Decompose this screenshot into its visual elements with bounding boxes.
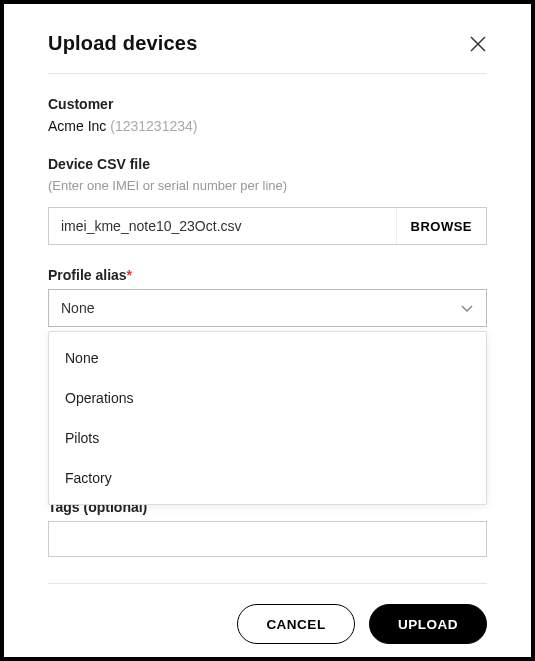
customer-label: Customer [48, 96, 487, 112]
profile-label: Profile alias* [48, 267, 487, 283]
profile-selected-value: None [61, 300, 94, 316]
profile-select[interactable]: None [48, 289, 487, 327]
profile-option[interactable]: Factory [49, 458, 486, 498]
csv-file-row: BROWSE [48, 207, 487, 245]
header-divider [48, 73, 487, 74]
browse-button[interactable]: BROWSE [396, 208, 487, 244]
close-icon[interactable] [469, 35, 487, 53]
csv-hint: (Enter one IMEI or serial number per lin… [48, 178, 487, 193]
profile-label-text: Profile alias [48, 267, 127, 283]
customer-id: (1231231234) [110, 118, 197, 134]
customer-value: Acme Inc (1231231234) [48, 118, 487, 134]
chevron-down-icon [460, 301, 474, 315]
upload-button[interactable]: UPLOAD [369, 604, 487, 644]
required-mark: * [127, 267, 132, 283]
dialog-title: Upload devices [48, 32, 198, 55]
profile-option[interactable]: Pilots [49, 418, 486, 458]
profile-option[interactable]: Operations [49, 378, 486, 418]
csv-filename-input[interactable] [49, 208, 396, 244]
csv-label: Device CSV file [48, 156, 487, 172]
profile-dropdown: None Operations Pilots Factory [48, 331, 487, 505]
cancel-button[interactable]: CANCEL [237, 604, 355, 644]
profile-option[interactable]: None [49, 338, 486, 378]
tags-input[interactable] [48, 521, 487, 557]
customer-name: Acme Inc [48, 118, 106, 134]
footer-divider [48, 583, 487, 584]
